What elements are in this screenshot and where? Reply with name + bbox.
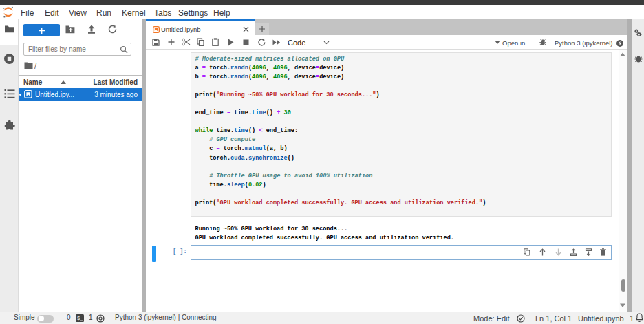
svg-text:$_: $_ [77, 316, 83, 321]
